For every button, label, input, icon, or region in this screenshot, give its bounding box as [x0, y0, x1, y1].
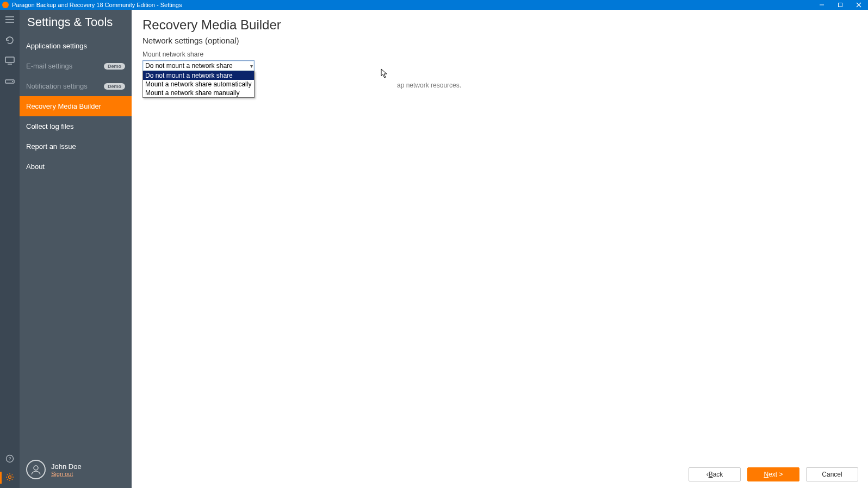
close-button[interactable]: [850, 0, 868, 10]
icon-rail: ?: [0, 10, 20, 488]
cursor-icon: [381, 68, 388, 80]
demo-badge: Demo: [104, 83, 125, 90]
sidebar-item-label: About: [26, 162, 45, 171]
cancel-button[interactable]: Cancel: [806, 467, 858, 481]
help-icon[interactable]: ?: [4, 453, 15, 464]
svg-point-14: [34, 466, 38, 470]
next-mnemonic: N: [764, 471, 768, 478]
sidebar-item-label: Collect log files: [26, 122, 73, 130]
disk-icon[interactable]: [4, 76, 15, 87]
sign-out-link[interactable]: Sign out: [51, 471, 82, 477]
field-label: Mount network share: [132, 51, 868, 60]
window-controls: [813, 0, 868, 10]
combobox-option[interactable]: Mount a network share manually: [143, 89, 254, 97]
sidebar-item-label: Report an Issue: [26, 142, 76, 151]
svg-rect-7: [5, 57, 14, 62]
monitor-icon[interactable]: [4, 55, 15, 66]
sidebar-title: Settings & Tools: [20, 10, 132, 36]
sidebar-item-label: Application settings: [26, 42, 87, 50]
chevron-down-icon: ▾: [250, 63, 253, 69]
sidebar-item-notification-settings[interactable]: Notification settings Demo: [20, 76, 132, 96]
back-mnemonic: B: [709, 471, 713, 478]
user-area: John Doe Sign out: [20, 454, 132, 488]
sidebar-item-email-settings[interactable]: E-mail settings Demo: [20, 56, 132, 76]
window-title: Paragon Backup and Recovery 18 Community…: [12, 2, 182, 8]
back-button[interactable]: ‹ Back: [689, 467, 741, 481]
demo-badge: Demo: [104, 63, 125, 70]
cancel-label: Cancel: [822, 471, 842, 478]
avatar-icon: [26, 460, 46, 479]
sidebar-item-about[interactable]: About: [20, 157, 132, 177]
content-pane: Recovery Media Builder Network settings …: [132, 10, 868, 488]
next-rest: ext >: [768, 471, 783, 478]
sidebar-item-label: Recovery Media Builder: [26, 102, 101, 110]
svg-point-10: [12, 81, 13, 82]
sidebar-item-recovery-media-builder[interactable]: Recovery Media Builder: [20, 96, 132, 116]
menu-icon[interactable]: [4, 14, 15, 25]
page-title: Recovery Media Builder: [132, 10, 868, 36]
sidebar-item-application-settings[interactable]: Application settings: [20, 36, 132, 56]
combobox-option[interactable]: Mount a network share automatically: [143, 80, 254, 89]
app-icon: [2, 2, 9, 8]
maximize-button[interactable]: [831, 0, 850, 10]
next-button[interactable]: Next >: [747, 467, 799, 481]
sidebar-item-label: Notification settings: [26, 82, 88, 90]
combobox-dropdown: Do not mount a network share Mount a net…: [142, 71, 255, 98]
back-rest: ack: [713, 471, 723, 478]
sidebar-item-report-an-issue[interactable]: Report an Issue: [20, 136, 132, 157]
gear-icon[interactable]: [4, 472, 15, 483]
combobox-option[interactable]: Do not mount a network share: [143, 71, 254, 80]
restore-icon[interactable]: [4, 35, 15, 46]
svg-text:?: ?: [8, 456, 11, 461]
svg-point-13: [9, 476, 11, 479]
combobox-value: Do not mount a network share: [145, 62, 233, 70]
user-name: John Doe: [51, 462, 82, 471]
sidebar-item-label: E-mail settings: [26, 62, 72, 70]
hint-text: ap network resources.: [397, 82, 461, 89]
svg-rect-1: [839, 3, 842, 7]
titlebar: Paragon Backup and Recovery 18 Community…: [0, 0, 868, 10]
sidebar-item-collect-log-files[interactable]: Collect log files: [20, 116, 132, 136]
mount-share-combobox[interactable]: Do not mount a network share ▾: [142, 60, 255, 71]
wizard-footer: ‹ Back Next > Cancel: [689, 467, 858, 481]
page-subtitle: Network settings (optional): [132, 36, 868, 51]
minimize-button[interactable]: [813, 0, 831, 10]
sidebar: Settings & Tools Application settings E-…: [20, 10, 132, 488]
